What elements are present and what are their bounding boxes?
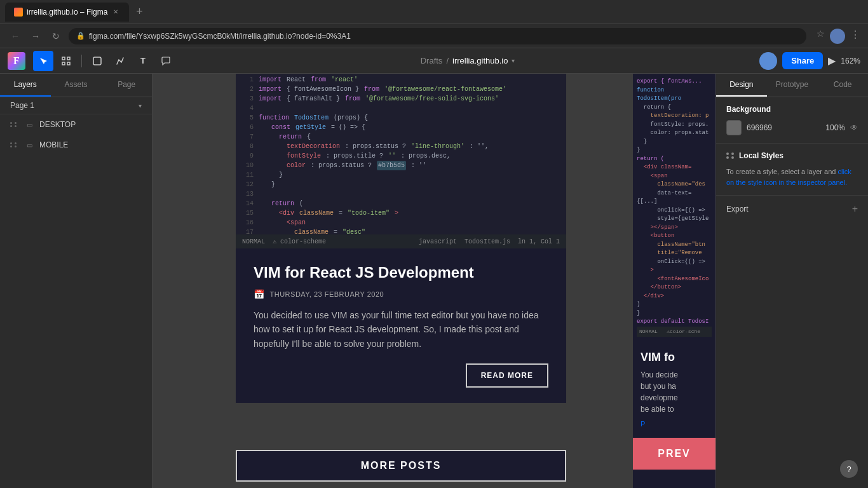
svg-rect-1 <box>67 57 70 60</box>
design-tabs: Design Prototype Code <box>716 74 868 97</box>
card-body: VIM for React JS Development 📅 THURSDAY,… <box>236 248 566 403</box>
right-panel: Design Prototype Code Background 696969 … <box>715 74 868 488</box>
code-footer-mode: NORMAL <box>242 238 265 245</box>
page-indicator: Page 1 <box>10 101 34 110</box>
address-text: figma.com/file/Ysxwp6SZk5wyGScmcB0kMt/ir… <box>89 32 351 41</box>
new-tab-button[interactable]: + <box>132 4 147 20</box>
forward-button[interactable]: → <box>28 29 43 44</box>
toolbar-right: Share ▶ 162% <box>759 52 860 70</box>
background-color-swatch[interactable] <box>726 120 742 135</box>
mobile-layer-icon: ▭ <box>24 140 34 150</box>
figma-toolbar: F T Drafts / irrellia.github.io ▾ <box>0 48 868 74</box>
right-partial-card: export { fontAws... function TodosItem(p… <box>633 74 715 488</box>
card-description: You decided to use VIM as your full time… <box>254 308 548 351</box>
pen-tool[interactable] <box>110 51 130 71</box>
select-tool[interactable] <box>33 51 53 71</box>
prototype-tab[interactable]: Prototype <box>767 74 818 97</box>
browser-menu-icon[interactable]: ⋮ <box>850 29 860 44</box>
export-section: Export + <box>716 196 868 222</box>
zoom-level[interactable]: 162% <box>841 57 860 65</box>
design-tab[interactable]: Design <box>716 74 767 97</box>
card-title: VIM for React JS Development <box>254 264 548 281</box>
figma-logo[interactable]: F <box>8 52 25 70</box>
canvas-content: 1import React from 'react' 2import { fon… <box>153 74 715 488</box>
prev-button-partial[interactable]: PREV <box>633 438 715 470</box>
left-panel: Layers Assets Page Page 1 ▾ ▭ DESKTOP <box>0 74 153 488</box>
layer-label-desktop: DESKTOP <box>39 120 76 129</box>
calendar-icon: 📅 <box>254 289 265 299</box>
address-actions: ☆ ⋮ <box>817 29 860 44</box>
play-button[interactable]: ▶ <box>828 55 836 67</box>
code-footer-pos: ln 1, Col 1 <box>518 238 560 245</box>
code-footer: NORMAL ⚠ color-scheme javascript TodosIt… <box>236 234 566 248</box>
desktop-layer-icon: ▭ <box>24 119 34 130</box>
help-button[interactable]: ? <box>840 460 858 478</box>
breadcrumb-sep: / <box>446 56 449 65</box>
page-tab[interactable]: Page <box>101 74 152 97</box>
main-layout: Layers Assets Page Page 1 ▾ ▭ DESKTOP <box>0 74 868 488</box>
text-tool[interactable]: T <box>133 51 153 71</box>
layer-drag-handle <box>10 122 18 127</box>
toolbar-filename[interactable]: irrellia.github.io <box>452 56 508 65</box>
tab-title: irrellia.github.io – Figma <box>27 8 107 17</box>
canvas-area[interactable]: 1import React from 'react' 2import { fon… <box>153 74 715 488</box>
page-caret[interactable]: ▾ <box>139 102 142 109</box>
comment-tool[interactable] <box>156 51 176 71</box>
svg-rect-2 <box>62 62 65 65</box>
visibility-eye-icon[interactable]: 👁 <box>850 123 858 132</box>
partial-card-text: VIM fo You decidebut you hadevelopmebe a… <box>633 341 715 438</box>
local-styles-section: Local Styles To create a style, select a… <box>716 144 868 196</box>
local-styles-link[interactable]: click on the style icon in the inspector… <box>726 168 851 186</box>
code-image: 1import React from 'react' 2import { fon… <box>236 74 566 248</box>
prev-label: PREV <box>658 448 691 459</box>
layer-drag-handle-2 <box>10 142 18 147</box>
tabs-container: irrellia.github.io – Figma ✕ + <box>5 3 147 22</box>
code-footer-lang: javascript <box>419 238 457 245</box>
local-styles-title: Local Styles <box>726 151 783 160</box>
share-button[interactable]: Share <box>782 52 823 69</box>
read-more-button[interactable]: READ MORE <box>466 363 548 388</box>
frame-tool[interactable] <box>56 51 76 71</box>
browser-user-avatar <box>830 29 845 44</box>
export-label: Export <box>726 205 749 214</box>
export-add-button[interactable]: + <box>852 203 858 215</box>
local-styles-hint: To create a style, select a layer and cl… <box>726 166 858 187</box>
breadcrumb-drafts: Drafts <box>421 56 443 65</box>
tab-close-btn[interactable]: ✕ <box>111 8 120 17</box>
filename-caret[interactable]: ▾ <box>512 57 515 64</box>
more-posts-button[interactable]: MORE POSTS <box>236 450 566 482</box>
code-footer-file: TodosItem.js <box>465 238 510 245</box>
more-posts-section: MORE POSTS <box>236 450 566 482</box>
toolbar-center: Drafts / irrellia.github.io ▾ <box>179 56 757 65</box>
background-section-title: Background <box>726 105 858 114</box>
right-code-preview: export { fontAws... function TodosItem(p… <box>633 74 715 341</box>
assets-tab[interactable]: Assets <box>51 74 102 97</box>
background-section: Background 696969 100% 👁 <box>716 97 868 144</box>
code-tab[interactable]: Code <box>817 74 868 97</box>
local-styles-grid-icon <box>726 152 735 159</box>
user-avatar <box>759 52 777 70</box>
layer-label-mobile: MOBILE <box>39 140 68 149</box>
address-bar-row: ← → ↻ 🔒 figma.com/file/Ysxwp6SZk5wyGScmc… <box>0 24 868 48</box>
background-opacity[interactable]: 100% <box>825 123 845 132</box>
active-tab[interactable]: irrellia.github.io – Figma ✕ <box>5 3 129 22</box>
card-date-text: THURSDAY, 23 FEBRUARY 2020 <box>270 290 384 298</box>
shape-tool[interactable] <box>87 51 107 71</box>
figma-logo-text: F <box>13 55 20 67</box>
back-button[interactable]: ← <box>8 29 23 44</box>
refresh-button[interactable]: ↻ <box>48 29 64 44</box>
background-color-value[interactable]: 696969 <box>747 123 820 132</box>
layers-tab[interactable]: Layers <box>0 74 51 97</box>
layer-item-desktop[interactable]: ▭ DESKTOP <box>0 114 152 135</box>
background-color-row: 696969 100% 👁 <box>726 120 858 135</box>
svg-rect-3 <box>67 62 70 65</box>
address-field[interactable]: 🔒 figma.com/file/Ysxwp6SZk5wyGScmcB0kMt/… <box>69 28 806 44</box>
card-date: 📅 THURSDAY, 23 FEBRUARY 2020 <box>254 289 548 299</box>
svg-rect-0 <box>62 57 65 60</box>
svg-rect-4 <box>93 57 101 65</box>
blog-card: 1import React from 'react' 2import { fon… <box>236 74 566 403</box>
tab-favicon <box>14 8 23 17</box>
layer-item-mobile[interactable]: ▭ MOBILE <box>0 135 152 155</box>
star-icon[interactable]: ☆ <box>817 29 825 44</box>
toolbar-separator-1 <box>81 55 82 67</box>
